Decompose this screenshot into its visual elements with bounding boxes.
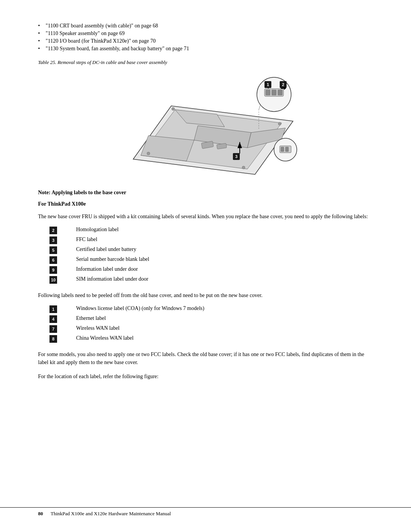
label-ship-text-3: Certified label under battery xyxy=(76,246,373,252)
bullet-item-1: "1100 CRT board assembly (with cable)" o… xyxy=(38,23,373,29)
badge-8: 8 xyxy=(49,335,57,343)
badge-1: 1 xyxy=(49,305,57,313)
svg-point-9 xyxy=(242,166,245,169)
label-peel-3: 7 Wireless WAN label xyxy=(38,325,373,333)
badge-6: 6 xyxy=(49,256,57,264)
diagram-container: 3 1 2 xyxy=(38,72,373,178)
footer-text: ThinkPad X100e and X120e Hardware Mainte… xyxy=(51,511,171,517)
label-ship-5: 9 Information label under door xyxy=(38,266,373,274)
badge-2: 2 xyxy=(49,227,57,234)
diagram-svg: 3 1 2 xyxy=(99,72,312,178)
labels-peel-list: 1 Windows license label (COA) (only for … xyxy=(38,305,373,343)
labels-ship-list: 2 Homologation label 3 FFC label 5 Certi… xyxy=(38,227,373,284)
label-peel-1: 1 Windows license label (COA) (only for … xyxy=(38,305,373,313)
badge-10: 10 xyxy=(49,276,57,284)
bullet-item-2: "1110 Speaker assembly" on page 69 xyxy=(38,30,373,37)
svg-point-10 xyxy=(278,122,281,125)
svg-text:3: 3 xyxy=(235,154,237,159)
bullet-list: "1100 CRT board assembly (with cable)" o… xyxy=(38,23,373,52)
svg-rect-19 xyxy=(278,90,282,95)
badge-3: 3 xyxy=(49,236,57,244)
label-peel-text-4: China Wireless WAN label xyxy=(76,335,373,341)
note-heading: Note: Applying labels to the base cover xyxy=(38,190,373,196)
bullet-item-3: "1120 I/O board (for ThinkPad X120e)" on… xyxy=(38,38,373,44)
bullet-item-4: "1130 System board, fan assembly, and ba… xyxy=(38,46,373,52)
badge-4: 4 xyxy=(49,315,57,323)
label-ship-2: 3 FFC label xyxy=(38,236,373,244)
subheading: For ThinkPad X100e xyxy=(38,201,373,207)
label-ship-text-4: Serial number barcode blank label xyxy=(76,256,373,262)
svg-line-29 xyxy=(259,104,261,110)
svg-rect-17 xyxy=(266,90,270,95)
svg-rect-18 xyxy=(272,90,276,95)
paragraph-2: Following labels need to be peeled off f… xyxy=(38,291,373,299)
label-peel-2: 4 Ethernet label xyxy=(38,315,373,323)
page: "1100 CRT board assembly (with cable)" o… xyxy=(0,0,411,532)
label-ship-text-5: Information label under door xyxy=(76,266,373,272)
label-ship-1: 2 Homologation label xyxy=(38,227,373,234)
paragraph-4: For the location of each label, refer th… xyxy=(38,372,373,380)
label-peel-text-3: Wireless WAN label xyxy=(76,325,373,331)
footer: 80 ThinkPad X100e and X120e Hardware Mai… xyxy=(0,507,411,517)
badge-7: 7 xyxy=(49,325,57,333)
label-peel-text-1: Windows license label (COA) (only for Wi… xyxy=(76,305,373,312)
svg-text:1: 1 xyxy=(267,82,269,87)
svg-rect-32 xyxy=(281,147,284,152)
badge-9: 9 xyxy=(49,266,57,274)
label-ship-4: 6 Serial number barcode blank label xyxy=(38,256,373,264)
badge-5: 5 xyxy=(49,246,57,254)
paragraph-3: For some models, you also need to apply … xyxy=(38,350,373,366)
svg-text:2: 2 xyxy=(282,82,284,87)
label-ship-text-2: FFC label xyxy=(76,236,373,243)
paragraph-1: The new base cover FRU is shipped with a… xyxy=(38,212,373,220)
page-number: 80 xyxy=(38,511,43,517)
label-peel-4: 8 China Wireless WAN label xyxy=(38,335,373,343)
svg-point-8 xyxy=(147,152,150,155)
label-ship-text-1: Homologation label xyxy=(76,227,373,233)
label-peel-text-2: Ethernet label xyxy=(76,315,373,321)
label-ship-text-6: SIM information label under door xyxy=(76,276,373,282)
label-ship-3: 5 Certified label under battery xyxy=(38,246,373,254)
table-caption: Table 25. Removal steps of DC-in cable a… xyxy=(38,59,373,66)
svg-rect-33 xyxy=(285,147,288,152)
label-ship-6: 10 SIM information label under door xyxy=(38,276,373,284)
svg-point-11 xyxy=(172,107,175,110)
